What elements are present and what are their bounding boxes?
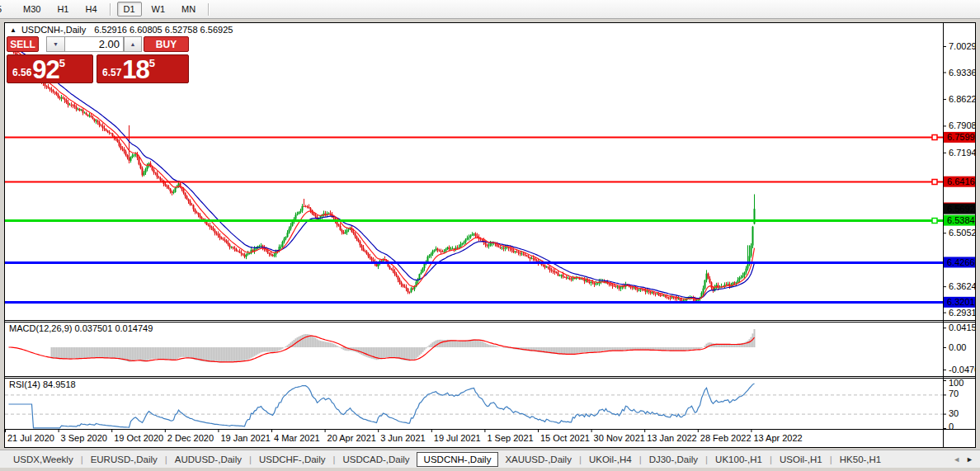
macd-axis-label: 0.00 (949, 342, 966, 352)
chart-tab-usoil-h1[interactable]: USOil-,H1 (773, 452, 829, 467)
date-axis-label: 3 Sep 2020 (61, 433, 107, 443)
timeframe-toolbar: 5M30H1H4D1W1MN (0, 0, 980, 19)
toolbar-separator (110, 3, 111, 16)
chart-symbol-title: USDCNH-,Daily (21, 25, 86, 35)
date-axis-label: 19 Jul 2021 (434, 433, 481, 443)
chevron-down-icon: ▼ (53, 41, 59, 47)
date-axis-label: 19 Oct 2020 (114, 433, 163, 443)
svg-text:6.64169: 6.64169 (947, 177, 976, 186)
date-axis-label: 28 Feb 2022 (700, 433, 751, 443)
macd-indicator-label: MACD(12,26,9) 0.037501 0.014749 (9, 323, 153, 333)
ask-price-prefix: 6.57 (102, 67, 121, 78)
date-axis-label: 3 Jun 2021 (380, 433, 425, 443)
chart-window: 7.002906.933606.862206.790806.719406.505… (4, 22, 976, 448)
trade-panel: SELL ▼ ▲ BUY 6.56 92 5 6.57 18 (7, 36, 190, 83)
price-badge-6.42660: 6.42660 (944, 257, 976, 267)
timeframe-button-h4[interactable]: H4 (78, 2, 103, 16)
hline-handle-6.53845[interactable] (932, 219, 937, 224)
tab-scroll-arrows: ◄► (953, 455, 973, 464)
rsi-axis-label: 100 (949, 378, 964, 388)
ask-price-main: 18 (122, 58, 148, 82)
chart-tab-eurusd-daily[interactable]: EURUSD-,Daily (84, 452, 164, 467)
volume-input[interactable] (64, 36, 124, 52)
svg-text:6.53845: 6.53845 (947, 215, 976, 225)
tab-scroll-left-icon[interactable]: ◄ (953, 455, 960, 464)
svg-text:6.56925: 6.56925 (947, 204, 976, 214)
price-axis-label: 6.29310 (949, 308, 976, 318)
timeframe-button-mn[interactable]: MN (175, 2, 202, 16)
panel-frames (4, 22, 976, 448)
price-chart[interactable]: 7.002906.933606.862206.790806.719406.505… (4, 22, 976, 448)
price-axis-label: 7.00290 (949, 41, 976, 51)
trade-panel-controls: SELL ▼ ▲ BUY (7, 36, 190, 52)
price-axis-label: 6.50520 (949, 228, 976, 238)
bid-price-box[interactable]: 6.56 92 5 (7, 54, 93, 83)
price-axis-label: 6.86220 (949, 94, 976, 104)
timeframe-button-w1[interactable]: W1 (145, 2, 172, 16)
rsi-axis-label: 70 (949, 389, 959, 398)
toolbar-separator (208, 3, 210, 16)
ask-price-pip: 5 (149, 57, 155, 69)
chart-tab-usdcad-daily[interactable]: USDCAD-,Daily (336, 452, 416, 467)
price-axis-label: 6.36240 (949, 281, 976, 291)
tab-scroll-right-icon[interactable]: ► (966, 455, 973, 464)
price-axis-label: 6.79080 (949, 120, 976, 130)
chart-tab-audusd-daily[interactable]: AUDUSD-,Daily (168, 452, 248, 467)
date-axis-label: 2 Dec 2020 (167, 433, 214, 443)
chart-header: ▲ USDCNH-,Daily 6.52916 6.60805 6.52758 … (10, 24, 233, 35)
collapse-triangle-icon[interactable]: ▲ (10, 26, 16, 34)
bid-price-prefix: 6.56 (12, 67, 31, 78)
date-axis-label: 4 Mar 2021 (274, 433, 320, 443)
svg-text:6.32018: 6.32018 (947, 297, 976, 307)
ask-price-box[interactable]: 6.57 18 5 (97, 54, 189, 83)
chart-tab-usdchf-daily[interactable]: USDCHF-,Daily (252, 452, 332, 467)
bid-price-main: 92 (32, 58, 59, 82)
rsi-indicator-label: RSI(14) 84.9518 (9, 379, 76, 389)
timeframe-button-d1[interactable]: D1 (117, 2, 142, 16)
price-badge-6.32018: 6.32018 (944, 297, 976, 308)
chart-tab-dj30-daily[interactable]: DJ30-,Daily (643, 452, 704, 467)
svg-text:6.75998: 6.75998 (947, 132, 976, 142)
chart-tab-uk100-h1[interactable]: UK100-,H1 (709, 452, 769, 467)
date-axis-label: 19 Jan 2021 (220, 433, 271, 443)
macd-axis-label: -0.04707 (949, 365, 976, 374)
date-axis-label: 15 Oct 2021 (540, 433, 590, 443)
buy-button[interactable]: BUY (144, 36, 189, 52)
chevron-up-icon: ▲ (130, 41, 136, 47)
chart-tab-xauusd-daily[interactable]: XAUUSD-,Daily (498, 452, 578, 467)
price-badge-6.53845: 6.53845 (944, 215, 976, 226)
rsi-axis-label: 30 (949, 408, 959, 418)
chart-ohlc-values: 6.52916 6.60805 6.52758 6.56925 (94, 25, 233, 35)
date-axis-label: 1 Sep 2021 (487, 433, 533, 443)
chart-tab-usdcnh-daily[interactable]: USDCNH-,Daily (417, 452, 499, 467)
timeframe-button-h1[interactable]: H1 (50, 2, 75, 16)
date-axis-label: 21 Jul 2020 (7, 433, 54, 443)
trading-terminal: 5M30H1H4D1W1MN 7.002906.933606.862206.79… (0, 0, 980, 471)
volume-increase-button[interactable]: ▲ (124, 36, 142, 52)
date-axis-label: 20 Apr 2021 (327, 433, 376, 443)
date-axis-label: 30 Nov 2021 (594, 433, 645, 443)
macd-axis-label: 0.041528 (949, 323, 976, 332)
trade-panel-quotes: 6.56 92 5 6.57 18 5 (7, 54, 190, 83)
sell-button[interactable]: SELL (7, 36, 39, 52)
date-axis-label: 13 Apr 2022 (753, 433, 802, 443)
price-axis-label: 6.71940 (949, 148, 976, 158)
timeframe-button-m30[interactable]: M30 (16, 2, 47, 16)
price-badge-6.64169: 6.64169 (944, 177, 976, 187)
volume-decrease-button[interactable]: ▼ (46, 36, 64, 52)
bid-price-pip: 5 (59, 57, 65, 69)
price-axis-label: 6.93360 (949, 68, 976, 78)
hline-handle-6.64169[interactable] (932, 180, 937, 185)
date-axis-label: 13 Jan 2022 (647, 433, 697, 443)
timeframe-button-5[interactable]: 5 (0, 2, 13, 16)
chart-tab-ukoil-h4[interactable]: UKOil-,H4 (582, 452, 638, 467)
svg-text:6.42660: 6.42660 (947, 257, 976, 267)
price-badge-6.56925: 6.56925 (944, 204, 976, 214)
price-badge-6.75998: 6.75998 (944, 132, 976, 143)
chart-tab-hk50-h1[interactable]: HK50-,H1 (833, 452, 888, 467)
rsi-axis-label: 0 (949, 422, 954, 431)
hline-handle-6.75998[interactable] (932, 135, 937, 140)
chart-tab-bar: USDX,Weekly|EURUSD-,Daily|AUDUSD-,Daily|… (0, 450, 980, 468)
chart-tab-usdx-weekly[interactable]: USDX,Weekly (7, 452, 80, 467)
